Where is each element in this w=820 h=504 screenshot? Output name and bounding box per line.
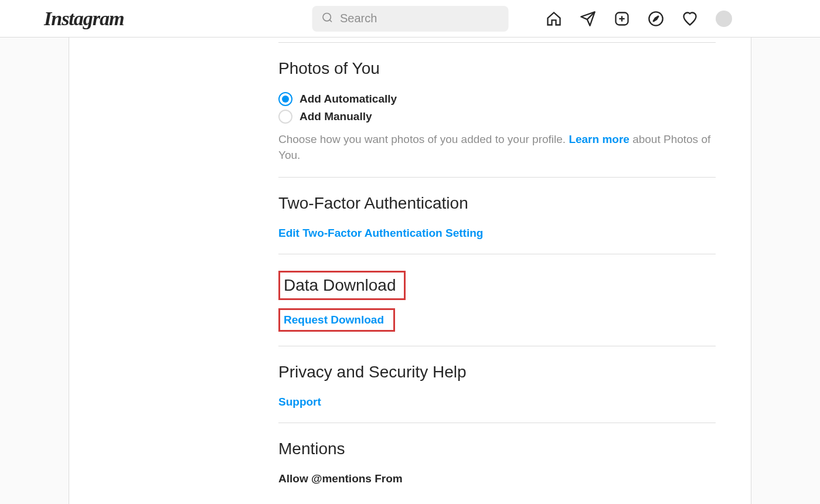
settings-sidebar [69,38,243,504]
search-input[interactable] [340,12,499,25]
helper-pre: Choose how you want photos of you added … [278,133,569,145]
two-factor-title: Two-Factor Authentication [278,194,716,213]
edit-2fa-link[interactable]: Edit Two-Factor Authentication Setting [278,227,483,240]
privacy-help-title: Privacy and Security Help [278,363,716,382]
activity-heart-icon[interactable] [682,11,698,27]
new-post-icon[interactable] [614,11,630,27]
page-body: Photos of You Add Automatically Add Manu… [0,38,820,504]
nav-icons [546,11,732,27]
top-header: Instagram [0,0,820,38]
radio-add-manually[interactable]: Add Manually [278,110,716,124]
request-download-link[interactable]: Request Download [284,314,384,326]
svg-point-0 [323,13,331,21]
mentions-section: Mentions Allow @mentions From [278,423,716,499]
search-box[interactable] [312,6,508,32]
data-download-section: Data Download Request Download [278,254,716,346]
radio-icon [278,92,292,106]
learn-more-link[interactable]: Learn more [569,133,629,145]
search-container [312,6,508,32]
profile-avatar[interactable] [716,11,732,27]
photos-helper-text: Choose how you want photos of you added … [278,132,716,163]
settings-panel: Photos of You Add Automatically Add Manu… [69,38,751,504]
radio-icon [278,110,292,124]
svg-marker-7 [653,16,658,21]
photos-of-you-title: Photos of You [278,59,716,78]
support-link[interactable]: Support [278,396,321,408]
svg-line-1 [329,19,332,22]
radio-label-auto: Add Automatically [300,93,397,105]
data-download-title: Data Download [284,276,396,295]
home-icon[interactable] [546,11,562,27]
messenger-icon[interactable] [580,11,596,27]
explore-icon[interactable] [648,11,664,27]
radio-label-manual: Add Manually [300,110,372,123]
data-download-title-highlight: Data Download [278,271,406,300]
photos-of-you-section: Photos of You Add Automatically Add Manu… [278,43,716,177]
settings-content: Photos of You Add Automatically Add Manu… [243,38,751,504]
radio-add-automatically[interactable]: Add Automatically [278,92,716,106]
search-icon [321,12,333,26]
request-download-highlight: Request Download [278,308,395,332]
privacy-help-section: Privacy and Security Help Support [278,346,716,423]
two-factor-section: Two-Factor Authentication Edit Two-Facto… [278,177,716,254]
allow-mentions-label: Allow @mentions From [278,472,716,485]
mentions-title: Mentions [278,440,716,458]
instagram-logo[interactable]: Instagram [44,8,124,30]
